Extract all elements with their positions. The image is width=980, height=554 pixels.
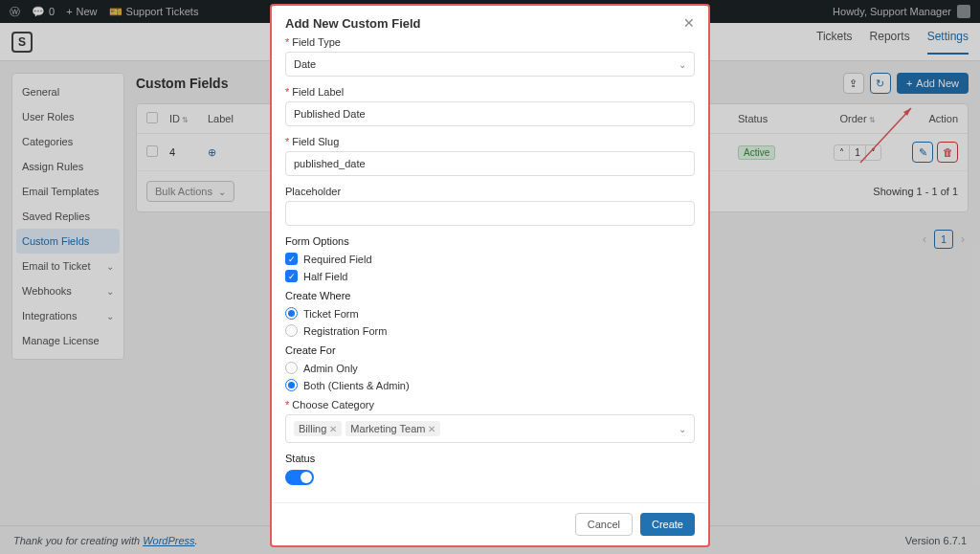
create-for-heading: Create For [285,344,695,356]
status-heading: Status [285,453,695,464]
field-slug-input[interactable] [285,151,695,176]
half-field-checkbox[interactable]: ✓Half Field [285,270,695,282]
field-label-input[interactable] [285,101,695,126]
radio-icon [285,324,298,337]
modal-overlay: Add New Custom Field ✕ Field Type Date⌄ … [0,0,980,554]
field-type-select[interactable]: Date⌄ [285,52,695,77]
add-custom-field-modal: Add New Custom Field ✕ Field Type Date⌄ … [270,4,710,547]
check-icon: ✓ [285,253,298,265]
remove-tag-icon[interactable]: ✕ [329,424,337,434]
chevron-down-icon: ⌄ [679,59,686,70]
field-label-label: Field Label [285,86,695,98]
modal-title: Add New Custom Field [285,16,421,31]
choose-category-label: Choose Category [285,399,695,410]
ticket-form-radio[interactable]: Ticket Form [285,307,695,320]
radio-icon [285,307,298,320]
placeholder-input[interactable] [285,201,695,226]
radio-icon [285,362,298,374]
form-options-heading: Form Options [285,235,695,247]
create-where-heading: Create Where [285,290,695,301]
create-button[interactable]: Create [640,513,695,536]
category-tag: Marketing Team ✕ [345,421,440,436]
remove-tag-icon[interactable]: ✕ [428,424,435,434]
chevron-down-icon: ⌄ [679,424,686,434]
field-slug-label: Field Slug [285,136,695,147]
status-toggle[interactable] [285,470,314,485]
cancel-button[interactable]: Cancel [575,513,633,536]
admin-only-radio[interactable]: Admin Only [285,362,695,374]
required-field-checkbox[interactable]: ✓Required Field [285,253,695,265]
field-type-label: Field Type [285,36,695,48]
category-tag: Billing ✕ [294,421,342,436]
both-clients-admin-radio[interactable]: Both (Clients & Admin) [285,379,695,391]
radio-icon [285,379,298,391]
check-icon: ✓ [285,270,298,282]
registration-form-radio[interactable]: Registration Form [285,324,695,337]
choose-category-select[interactable]: Billing ✕ Marketing Team ✕ ⌄ [285,414,695,443]
close-icon[interactable]: ✕ [683,15,695,31]
placeholder-label: Placeholder [285,186,695,197]
